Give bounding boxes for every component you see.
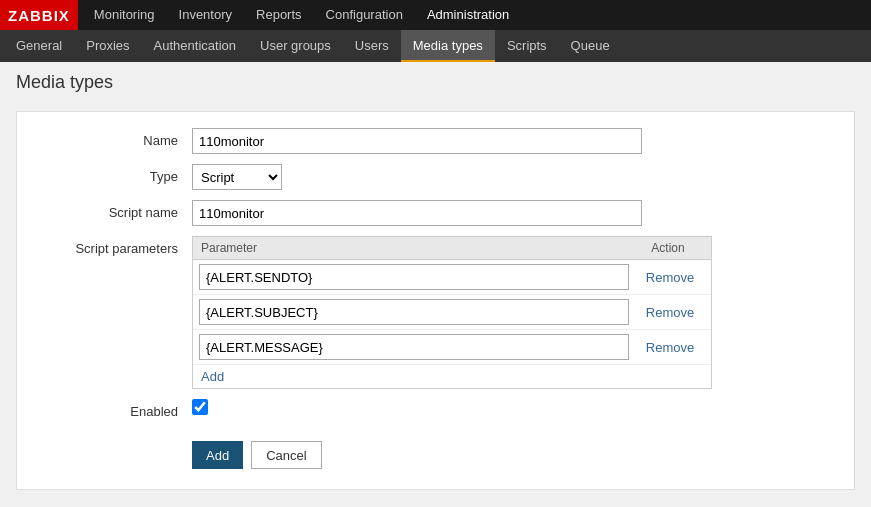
- script-name-row: Script name: [37, 200, 834, 226]
- page-title: Media types: [16, 72, 855, 97]
- enabled-row: Enabled: [37, 399, 834, 431]
- form-card: Name Type Script Email SMS Jabber Ez Tex…: [16, 111, 855, 490]
- add-param-button[interactable]: Add: [201, 369, 224, 384]
- remove-param-1[interactable]: Remove: [646, 305, 694, 320]
- nav-monitoring[interactable]: Monitoring: [82, 0, 167, 30]
- top-nav: ZABBIX Monitoring Inventory Reports Conf…: [0, 0, 871, 30]
- remove-param-0[interactable]: Remove: [646, 270, 694, 285]
- name-field: [192, 128, 834, 154]
- nav-administration[interactable]: Administration: [415, 0, 521, 30]
- subnav-queue[interactable]: Queue: [559, 30, 622, 62]
- script-params-field: Parameter Action Remove: [192, 236, 834, 389]
- subnav-user-groups[interactable]: User groups: [248, 30, 343, 62]
- type-row: Type Script Email SMS Jabber Ez Texting: [37, 164, 834, 190]
- script-params-row: Script parameters Parameter Action Remov…: [37, 236, 834, 389]
- param-row-2: Remove: [193, 330, 711, 365]
- params-header-action: Action: [633, 241, 703, 255]
- enabled-label: Enabled: [37, 399, 192, 419]
- type-label: Type: [37, 164, 192, 184]
- subnav-general[interactable]: General: [4, 30, 74, 62]
- name-input[interactable]: [192, 128, 642, 154]
- script-name-input[interactable]: [192, 200, 642, 226]
- name-row: Name: [37, 128, 834, 154]
- nav-inventory[interactable]: Inventory: [167, 0, 244, 30]
- cancel-button[interactable]: Cancel: [251, 441, 321, 469]
- add-button[interactable]: Add: [192, 441, 243, 469]
- param-input-2[interactable]: [199, 334, 629, 360]
- params-table: Parameter Action Remove: [192, 236, 712, 389]
- param-row-0: Remove: [193, 260, 711, 295]
- type-select[interactable]: Script Email SMS Jabber Ez Texting: [192, 164, 282, 190]
- enabled-field: [192, 399, 834, 415]
- params-header-param: Parameter: [201, 241, 633, 255]
- subnav-users[interactable]: Users: [343, 30, 401, 62]
- subnav-authentication[interactable]: Authentication: [142, 30, 248, 62]
- subnav-scripts[interactable]: Scripts: [495, 30, 559, 62]
- name-label: Name: [37, 128, 192, 148]
- params-footer: Add: [193, 365, 711, 388]
- nav-reports[interactable]: Reports: [244, 0, 314, 30]
- sub-nav: General Proxies Authentication User grou…: [0, 30, 871, 62]
- nav-configuration[interactable]: Configuration: [314, 0, 415, 30]
- script-params-label: Script parameters: [37, 236, 192, 256]
- param-input-0[interactable]: [199, 264, 629, 290]
- subnav-proxies[interactable]: Proxies: [74, 30, 141, 62]
- logo-text: ZABBIX: [8, 7, 70, 24]
- logo[interactable]: ZABBIX: [0, 0, 78, 30]
- type-field: Script Email SMS Jabber Ez Texting: [192, 164, 834, 190]
- remove-param-2[interactable]: Remove: [646, 340, 694, 355]
- param-input-1[interactable]: [199, 299, 629, 325]
- page-content: Media types Name Type Script Email SMS J…: [0, 62, 871, 500]
- script-name-label: Script name: [37, 200, 192, 220]
- subnav-media-types[interactable]: Media types: [401, 30, 495, 62]
- script-name-field: [192, 200, 834, 226]
- params-header: Parameter Action: [193, 237, 711, 260]
- action-buttons: Add Cancel: [37, 441, 834, 469]
- param-row-1: Remove: [193, 295, 711, 330]
- enabled-checkbox[interactable]: [192, 399, 208, 415]
